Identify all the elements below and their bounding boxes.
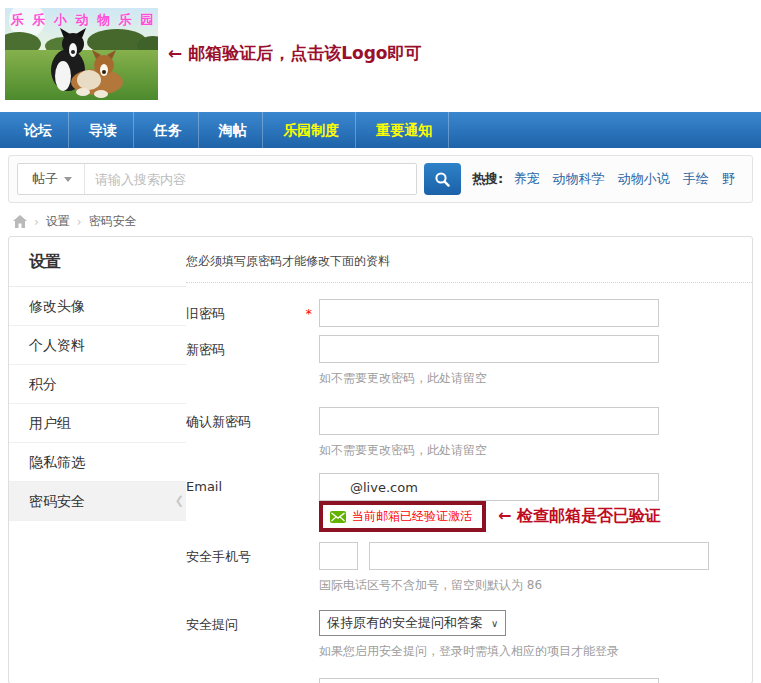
caret-down-icon bbox=[64, 177, 72, 182]
hot-link-animal-science[interactable]: 动物科学 bbox=[553, 171, 605, 186]
hot-search: 热搜: 养宠 动物科学 动物小说 手绘 野 bbox=[472, 170, 744, 188]
nav-item-rules[interactable]: 乐园制度 bbox=[267, 112, 356, 148]
logo-annotation: ← 邮箱验证后，点击该Logo即可 bbox=[168, 42, 422, 65]
sidebar-item-privacy[interactable]: 隐私筛选 bbox=[9, 443, 186, 482]
form-row-new-password: 新密码 如不需要更改密码，此处请留空 bbox=[186, 335, 752, 387]
confirm-password-input[interactable] bbox=[319, 407, 659, 435]
dotted-divider bbox=[186, 282, 752, 283]
security-question-label: 安全提问 bbox=[186, 610, 319, 660]
hot-link-wild[interactable]: 野 bbox=[722, 171, 735, 186]
search-input[interactable] bbox=[85, 165, 416, 193]
new-password-hint: 如不需要更改密码，此处请留空 bbox=[319, 370, 752, 387]
email-verified-text: 当前邮箱已经验证激活 bbox=[352, 508, 472, 525]
breadcrumb-separator: › bbox=[27, 215, 46, 229]
breadcrumb: › 设置 › 密码安全 bbox=[13, 213, 761, 230]
hot-link-animal-novel[interactable]: 动物小说 bbox=[618, 171, 670, 186]
form-row-email: Email 当前邮箱已经验证激活 ← 检查邮箱是 bbox=[186, 473, 752, 532]
answer-input[interactable] bbox=[319, 678, 659, 683]
form-note: 您必须填写原密码才能修改下面的资料 bbox=[186, 253, 752, 270]
new-password-label: 新密码 bbox=[186, 335, 319, 387]
email-input[interactable] bbox=[319, 473, 659, 501]
nav-item-tasks[interactable]: 任务 bbox=[138, 112, 199, 148]
form-row-security-question: 安全提问 保持原有的安全提问和答案 ∨ 如果您启用安全提问，登录时需填入相应的项… bbox=[186, 610, 752, 660]
settings-sidebar: 设置 修改头像 个人资料 积分 用户组 隐私筛选 密码安全 ❮ bbox=[9, 237, 186, 683]
site-logo[interactable]: 乐 乐 小 动 物 乐 园 bbox=[5, 8, 158, 100]
search-panel: 帖子 热搜: 养宠 动物科学 动物小说 手绘 野 bbox=[8, 155, 753, 203]
nav-item-guide[interactable]: 导读 bbox=[73, 112, 134, 148]
old-password-label: 旧密码 * bbox=[186, 299, 319, 327]
form-row-answer: 回答 bbox=[186, 678, 752, 683]
sidebar-item-profile[interactable]: 个人资料 bbox=[9, 326, 186, 365]
confirm-password-hint: 如不需要更改密码，此处请留空 bbox=[319, 442, 752, 459]
email-verified-highlight-box: 当前邮箱已经验证激活 bbox=[319, 501, 486, 532]
search-button[interactable] bbox=[424, 163, 461, 195]
phone-number-input[interactable] bbox=[369, 542, 709, 570]
breadcrumb-separator: › bbox=[70, 215, 89, 229]
password-security-form: 您必须填写原密码才能修改下面的资料 旧密码 * 新密码 如不需要更改密码，此处请… bbox=[186, 237, 752, 683]
nav-item-forum[interactable]: 论坛 bbox=[8, 112, 69, 148]
chevron-down-icon: ∨ bbox=[491, 618, 498, 629]
sidebar-item-password-security[interactable]: 密码安全 ❮ bbox=[9, 482, 186, 521]
search-scope-label: 帖子 bbox=[32, 170, 58, 188]
security-question-hint: 如果您启用安全提问，登录时需填入相应的项目才能登录 bbox=[319, 643, 752, 660]
hot-search-label: 热搜: bbox=[472, 171, 503, 186]
search-group: 帖子 bbox=[17, 163, 417, 195]
answer-label: 回答 bbox=[186, 678, 319, 683]
home-icon[interactable] bbox=[13, 215, 27, 228]
phone-hint: 国际电话区号不含加号，留空则默认为 86 bbox=[319, 577, 752, 594]
main-nav: 论坛 导读 任务 淘帖 乐园制度 重要通知 bbox=[0, 112, 761, 148]
form-row-phone: 安全手机号 国际电话区号不含加号，留空则默认为 86 bbox=[186, 542, 752, 594]
sidebar-item-label: 密码安全 bbox=[29, 493, 85, 509]
hot-link-drawing[interactable]: 手绘 bbox=[683, 171, 709, 186]
sidebar-item-avatar[interactable]: 修改头像 bbox=[9, 287, 186, 326]
old-password-input[interactable] bbox=[319, 299, 659, 327]
chevron-left-icon: ❮ bbox=[175, 482, 184, 520]
breadcrumb-password-security[interactable]: 密码安全 bbox=[89, 213, 137, 230]
sidebar-title: 设置 bbox=[9, 237, 186, 287]
phone-country-code-input[interactable] bbox=[319, 542, 358, 570]
nav-item-collections[interactable]: 淘帖 bbox=[202, 112, 263, 148]
site-name: 乐 乐 小 动 物 乐 园 bbox=[11, 11, 155, 29]
content-panel: 设置 修改头像 个人资料 积分 用户组 隐私筛选 密码安全 ❮ 您必须填写原密码… bbox=[8, 236, 753, 683]
phone-label: 安全手机号 bbox=[186, 542, 319, 594]
field-label-text: 旧密码 bbox=[186, 306, 225, 321]
search-icon bbox=[434, 171, 451, 188]
sidebar-item-usergroup[interactable]: 用户组 bbox=[9, 404, 186, 443]
confirm-password-label: 确认新密码 bbox=[186, 407, 319, 459]
breadcrumb-settings[interactable]: 设置 bbox=[46, 213, 70, 230]
sidebar-item-credits[interactable]: 积分 bbox=[9, 365, 186, 404]
new-password-input[interactable] bbox=[319, 335, 659, 363]
mail-icon bbox=[330, 511, 346, 523]
form-row-confirm-password: 确认新密码 如不需要更改密码，此处请留空 bbox=[186, 407, 752, 459]
email-verified-annotation: ← 检查邮箱是否已验证 bbox=[498, 506, 661, 527]
email-verified-line: 当前邮箱已经验证激活 ← 检查邮箱是否已验证 bbox=[319, 501, 752, 532]
email-label: Email bbox=[186, 473, 319, 532]
nav-item-notice[interactable]: 重要通知 bbox=[360, 112, 449, 148]
page-header: 乐 乐 小 动 物 乐 园 ← 邮箱验证后，点击该Logo即可 bbox=[0, 0, 761, 100]
required-mark: * bbox=[306, 306, 313, 321]
security-question-selected-option: 保持原有的安全提问和答案 bbox=[327, 614, 483, 632]
form-row-old-password: 旧密码 * bbox=[186, 299, 752, 327]
hot-link-pets[interactable]: 养宠 bbox=[513, 171, 539, 186]
security-question-select[interactable]: 保持原有的安全提问和答案 ∨ bbox=[319, 610, 506, 636]
search-scope-dropdown[interactable]: 帖子 bbox=[18, 164, 84, 194]
